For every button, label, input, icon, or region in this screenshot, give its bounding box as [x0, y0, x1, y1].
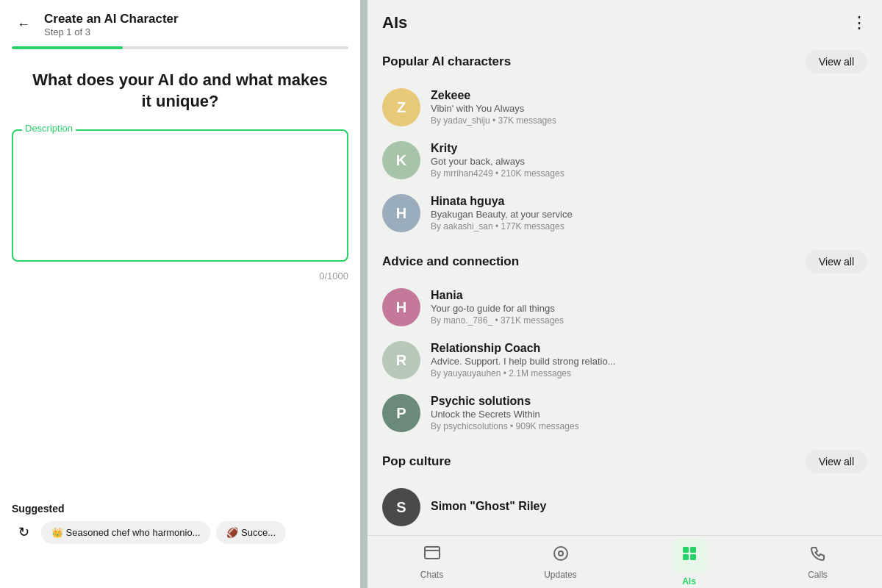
back-button[interactable]: ←: [12, 13, 35, 37]
advice-section-header: Advice and connection View all: [368, 240, 882, 281]
updates-label: Updates: [544, 570, 577, 580]
krity-meta: By mrrihan4249 • 210K messages: [431, 168, 867, 179]
coach-meta: By yauyauyauhen • 2.1M messages: [431, 368, 867, 379]
ais-icon: [681, 545, 698, 567]
updates-icon: [552, 545, 570, 567]
refresh-button[interactable]: ↻: [12, 520, 35, 544]
step-label: Step 1 of 3: [44, 26, 179, 37]
advice-view-all-button[interactable]: View all: [806, 250, 867, 273]
svg-point-2: [554, 547, 567, 560]
ai-item-zekeee[interactable]: Z Zekeee Vibin' with You Always By yadav…: [368, 81, 882, 134]
right-panel-title: AIs: [382, 13, 407, 32]
right-panel: AIs ⋮ Popular AI characters View all Z Z…: [368, 0, 882, 588]
page-title: Create an AI Character: [44, 12, 179, 26]
zekeee-meta: By yadav_shiju • 37K messages: [431, 115, 867, 126]
advice-section-title: Advice and connection: [382, 254, 519, 269]
right-content: Popular AI characters View all Z Zekeee …: [368, 40, 882, 535]
psychic-tagline: Unlock the Secrets Within: [431, 409, 867, 420]
popular-section-header: Popular AI characters View all: [368, 40, 882, 81]
krity-avatar: K: [382, 141, 420, 179]
hinata-meta: By aakashi_san • 177K messages: [431, 221, 867, 232]
hania-meta: By mano._786_ • 371K messages: [431, 315, 867, 326]
svg-rect-6: [683, 554, 689, 560]
chats-label: Chats: [420, 570, 443, 580]
nav-calls[interactable]: Calls: [792, 545, 844, 580]
coach-name: Relationship Coach: [431, 342, 867, 355]
hinata-info: Hinata hguya Byakugan Beauty, at your se…: [431, 195, 867, 232]
nav-updates[interactable]: Updates: [535, 545, 587, 580]
coach-tagline: Advice. Support. I help build strong rel…: [431, 356, 867, 367]
description-label: Description: [22, 123, 76, 134]
progress-bar-container: [0, 43, 360, 49]
zekeee-tagline: Vibin' with You Always: [431, 103, 867, 114]
nav-chats[interactable]: Chats: [406, 545, 458, 580]
suggested-chips: ↻ 👑 Seasoned chef who harmonio... 🏈 Succ…: [0, 520, 360, 544]
svg-rect-4: [683, 547, 689, 553]
chip-2[interactable]: 🏈 Succe...: [216, 521, 286, 544]
ai-item-coach[interactable]: R Relationship Coach Advice. Support. I …: [368, 334, 882, 387]
svg-rect-7: [690, 554, 696, 560]
chats-icon: [423, 545, 441, 567]
psychic-info: Psychic solutions Unlock the Secrets Wit…: [431, 395, 867, 431]
popular-section-title: Popular AI characters: [382, 54, 511, 69]
krity-name: Krity: [431, 142, 867, 155]
panel-gap: [360, 0, 368, 588]
simon-info: Simon "Ghost" Riley: [431, 500, 867, 514]
header-text: Create an AI Character Step 1 of 3: [44, 12, 179, 37]
right-header: AIs ⋮: [368, 0, 882, 40]
chip-1[interactable]: 👑 Seasoned chef who harmonio...: [41, 521, 210, 544]
zekeee-info: Zekeee Vibin' with You Always By yadav_s…: [431, 89, 867, 126]
hania-info: Hania Your go-to guide for all things By…: [431, 289, 867, 326]
popculture-view-all-button[interactable]: View all: [806, 450, 867, 473]
ai-item-simon[interactable]: S Simon "Ghost" Riley: [368, 481, 882, 534]
popular-view-all-button[interactable]: View all: [806, 50, 867, 74]
zekeee-name: Zekeee: [431, 89, 867, 102]
coach-avatar: R: [382, 341, 420, 379]
simon-name: Simon "Ghost" Riley: [431, 500, 867, 513]
ai-item-psychic[interactable]: P Psychic solutions Unlock the Secrets W…: [368, 387, 882, 440]
main-question: What does your AI do and what makes it u…: [0, 49, 360, 123]
psychic-avatar: P: [382, 394, 420, 432]
hinata-name: Hinata hguya: [431, 195, 867, 208]
hania-tagline: Your go-to guide for all things: [431, 303, 867, 314]
refresh-icon: ↻: [18, 524, 29, 540]
popculture-section-header: Pop culture View all: [368, 440, 882, 481]
popculture-section-title: Pop culture: [382, 454, 451, 469]
svg-point-3: [559, 551, 563, 556]
ai-item-hania[interactable]: H Hania Your go-to guide for all things …: [368, 281, 882, 334]
left-header: ← Create an AI Character Step 1 of 3: [0, 0, 360, 43]
ais-label: AIs: [682, 576, 696, 587]
ai-item-krity[interactable]: K Krity Got your back, always By mrrihan…: [368, 134, 882, 187]
calls-label: Calls: [808, 570, 828, 580]
description-textarea[interactable]: [13, 131, 347, 260]
hinata-avatar: H: [382, 194, 420, 232]
hinata-tagline: Byakugan Beauty, at your service: [431, 209, 867, 220]
ais-active-background: [672, 538, 707, 573]
calls-icon: [809, 545, 827, 567]
back-arrow-icon: ←: [17, 17, 30, 32]
coach-info: Relationship Coach Advice. Support. I he…: [431, 342, 867, 379]
svg-rect-0: [425, 547, 440, 559]
nav-ais[interactable]: AIs: [664, 538, 715, 587]
hania-avatar: H: [382, 288, 420, 326]
svg-rect-5: [690, 547, 696, 553]
zekeee-avatar: Z: [382, 88, 420, 126]
suggested-label: Suggested: [0, 503, 360, 520]
more-options-icon[interactable]: ⋮: [851, 13, 867, 32]
psychic-name: Psychic solutions: [431, 395, 867, 408]
krity-info: Krity Got your back, always By mrrihan42…: [431, 142, 867, 179]
bottom-nav: Chats Updates: [368, 535, 882, 588]
left-panel: ← Create an AI Character Step 1 of 3 Wha…: [0, 0, 360, 588]
hania-name: Hania: [431, 289, 867, 302]
description-container: Description: [12, 129, 348, 262]
krity-tagline: Got your back, always: [431, 156, 867, 167]
ai-item-hinata[interactable]: H Hinata hguya Byakugan Beauty, at your …: [368, 187, 882, 240]
psychic-meta: By psychicsolutions • 909K messages: [431, 421, 867, 431]
suggested-section: Suggested ↻ 👑 Seasoned chef who harmonio…: [0, 497, 360, 544]
simon-avatar: S: [382, 488, 420, 526]
char-count: 0/1000: [0, 268, 360, 284]
